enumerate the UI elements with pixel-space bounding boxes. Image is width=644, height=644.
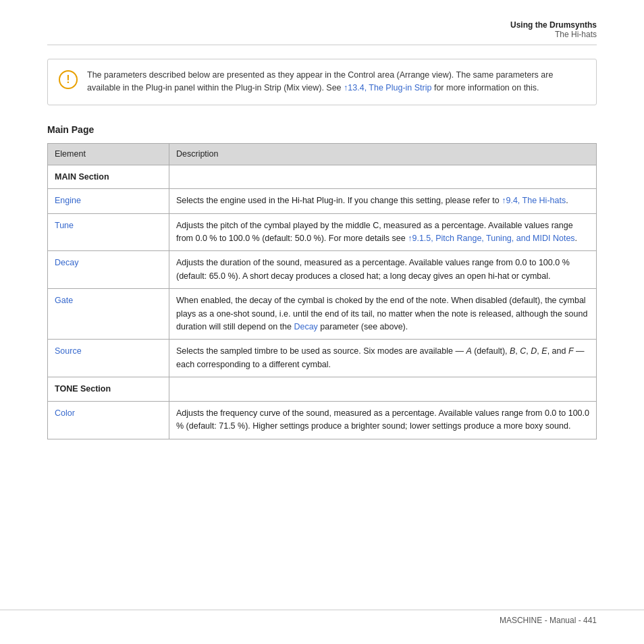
gate-decay-link[interactable]: Decay [294,322,317,331]
notice-text-after: for more information on this. [431,83,539,92]
element-cell: Engine [48,189,169,213]
tune-link[interactable]: Tune [55,221,74,230]
header-subtitle: The Hi-hats [47,30,597,39]
description-cell: Adjusts the pitch of the cymbal played b… [169,213,597,251]
gate-link[interactable]: Gate [55,296,73,305]
notice-box: ! The parameters described below are pre… [47,59,597,105]
warning-icon: ! [59,70,78,89]
engine-ref-link[interactable]: ↑9.4, The Hi-hats [502,196,566,205]
section-label: MAIN Section [55,172,109,182]
element-cell: Tune [48,213,169,251]
col2-header: Description [169,143,597,165]
description-cell [169,165,597,189]
table-row: Gate When enabled, the decay of the cymb… [48,289,597,340]
tone-section-label: TONE Section [55,384,111,394]
section-title: Main Page [47,124,597,135]
notice-link[interactable]: ↑13.4, The Plug-in Strip [344,83,431,92]
element-cell: Decay [48,251,169,289]
element-cell: Gate [48,289,169,340]
description-cell: Selects the sampled timbre to be used as… [169,340,597,377]
tune-ref-link[interactable]: ↑9.1.5, Pitch Range, Tuning, and MIDI No… [408,234,574,243]
table-row: Engine Selects the engine used in the Hi… [48,189,597,213]
table-row: Color Adjusts the frequency curve of the… [48,401,597,439]
page-footer: MASCHINE - Manual - 441 [0,610,644,630]
element-cell: Source [48,340,169,377]
footer-text: MASCHINE - Manual - 441 [500,616,597,625]
notice-text: The parameters described below are prese… [87,69,585,95]
table-row: Source Selects the sampled timbre to be … [48,340,597,377]
table-row: MAIN Section [48,165,597,189]
element-cell: TONE Section [48,377,169,402]
table-row: TONE Section [48,377,597,402]
color-link[interactable]: Color [55,408,75,418]
page-header: Using the Drumsynths The Hi-hats [47,20,597,45]
main-table: Element Description MAIN Section Engine … [47,143,597,439]
description-cell: Adjusts the duration of the sound, measu… [169,251,597,289]
element-cell: Color [48,401,169,439]
element-cell: MAIN Section [48,165,169,189]
description-cell: Adjusts the frequency curve of the sound… [169,401,597,439]
decay-link[interactable]: Decay [55,258,78,267]
col1-header: Element [48,143,169,165]
engine-link[interactable]: Engine [55,196,81,205]
table-row: Tune Adjusts the pitch of the cymbal pla… [48,213,597,251]
source-link[interactable]: Source [55,346,82,356]
header-title: Using the Drumsynths [47,20,597,30]
description-cell: Selects the engine used in the Hi-hat Pl… [169,189,597,213]
table-row: Decay Adjusts the duration of the sound,… [48,251,597,289]
description-cell: When enabled, the decay of the cymbal is… [169,289,597,340]
description-cell [169,377,597,402]
table-header-row: Element Description [48,143,597,165]
